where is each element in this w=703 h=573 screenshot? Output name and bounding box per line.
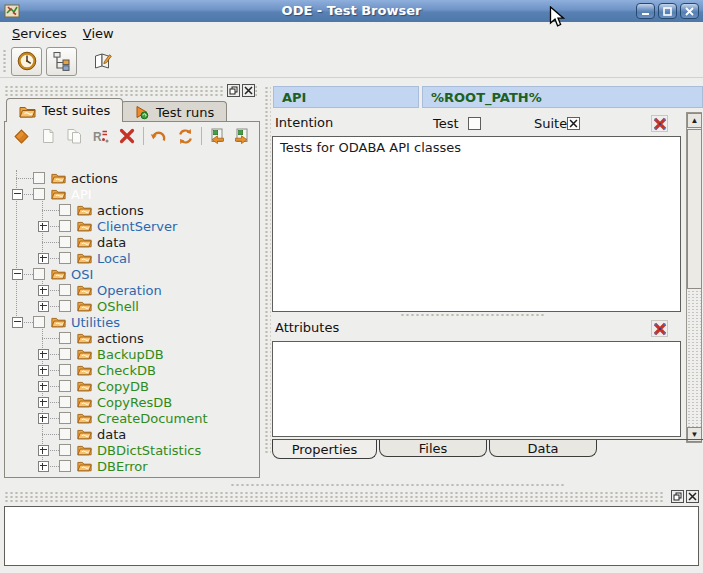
expand-icon[interactable] [38, 301, 49, 312]
rename-button[interactable]: R [90, 124, 110, 148]
bottom-tab-properties[interactable]: Properties [272, 440, 377, 459]
expand-icon[interactable] [38, 365, 49, 376]
minimize-button[interactable] [636, 3, 655, 19]
export-button[interactable] [233, 124, 253, 148]
tree-item-checkbox[interactable] [33, 172, 45, 184]
bottom-dock-close-button[interactable] [686, 490, 699, 503]
delete-button[interactable] [117, 124, 137, 148]
folder-open-icon [19, 104, 36, 118]
tree-item-checkbox[interactable] [59, 428, 71, 440]
expand-icon[interactable] [38, 461, 49, 472]
folder-small-icon [77, 203, 92, 216]
tree-item-checkbox[interactable] [59, 220, 71, 232]
left-dock-handle[interactable] [4, 85, 257, 97]
left-dock-close-button[interactable] [242, 84, 255, 97]
expand-icon[interactable] [38, 381, 49, 392]
maximize-button[interactable] [658, 3, 677, 19]
collapse-icon[interactable] [12, 189, 23, 200]
root-path: %ROOT_PATH% [431, 90, 542, 105]
attributes-textarea[interactable] [272, 341, 681, 437]
collapse-icon[interactable] [12, 317, 23, 328]
attributes-clear-button[interactable] [651, 320, 668, 337]
folder-small-icon [77, 251, 92, 264]
right-panel-scrollbar[interactable]: ▲▼ [686, 112, 702, 443]
left-dock-restore-button[interactable] [227, 84, 240, 97]
expand-icon[interactable] [38, 285, 49, 296]
undo-button[interactable] [148, 124, 168, 148]
intention-clear-button[interactable] [651, 115, 668, 132]
bottom-tab-files[interactable]: Files [379, 440, 487, 457]
collapse-icon[interactable] [12, 269, 23, 280]
tree-guide-stub [42, 242, 59, 243]
copy-button[interactable] [64, 124, 84, 148]
expand-icon[interactable] [38, 397, 49, 408]
tab-test-suites[interactable]: Test suites [6, 98, 123, 122]
toolbar-drag-handle[interactable] [2, 49, 7, 73]
section-splitter[interactable] [400, 313, 545, 318]
bottom-dock-restore-button[interactable] [671, 490, 684, 503]
folder-small-icon [51, 187, 66, 200]
tree-item-label: CopyDB [97, 379, 149, 394]
hierarchy-icon [52, 51, 72, 71]
tree-item-checkbox[interactable] [59, 364, 71, 376]
tree-item-checkbox[interactable] [33, 188, 45, 200]
expand-icon[interactable] [38, 445, 49, 456]
tree-item-checkbox[interactable] [33, 316, 45, 328]
tree-item-checkbox[interactable] [59, 396, 71, 408]
maximize-icon [663, 7, 672, 16]
expand-icon[interactable] [38, 253, 49, 264]
folder-small-icon [77, 331, 92, 344]
tree-item-checkbox[interactable] [59, 412, 71, 424]
menubar: ServicesView [0, 22, 703, 45]
test-checkbox[interactable] [468, 117, 481, 130]
close-button[interactable] [680, 3, 699, 19]
intention-textarea[interactable]: Tests for ODABA API classes [272, 136, 681, 312]
right-panel-handle[interactable] [264, 86, 271, 455]
folder-small-icon [77, 283, 92, 296]
tree-item-createdocument[interactable]: CreateDocument [8, 410, 238, 426]
browser-mode-button[interactable] [11, 47, 42, 76]
new-button[interactable] [37, 124, 57, 148]
tab-test-runs[interactable]: Test runs [121, 101, 227, 122]
tree-item-checkbox[interactable] [59, 252, 71, 264]
folder-small-icon [77, 235, 92, 248]
output-panel[interactable] [4, 506, 699, 566]
clear-button[interactable] [11, 124, 31, 148]
scrollbar-thumb[interactable] [687, 129, 702, 289]
refresh-icon [177, 128, 194, 145]
tree-item-checkbox[interactable] [59, 444, 71, 456]
refresh-button[interactable] [175, 124, 195, 148]
tree-item-checkbox[interactable] [59, 204, 71, 216]
expand-icon[interactable] [38, 221, 49, 232]
bottom-splitter[interactable] [230, 483, 565, 488]
tree-item-checkbox[interactable] [59, 236, 71, 248]
tree-mode-button[interactable] [46, 47, 77, 76]
menu-view[interactable]: View [77, 24, 124, 44]
expand-icon[interactable] [38, 413, 49, 424]
titlebar[interactable]: ODE - Test Browser [0, 0, 703, 23]
tree-item-checkbox[interactable] [59, 332, 71, 344]
tree-item-checkbox[interactable] [59, 460, 71, 472]
rename-icon: R [92, 128, 109, 144]
suite-checkbox[interactable] [567, 117, 580, 130]
delete-icon [119, 128, 135, 144]
tree-item-label: Operation [97, 283, 162, 298]
bottom-tab-data[interactable]: Data [489, 440, 597, 457]
tree-item-checkbox[interactable] [59, 348, 71, 360]
tree-item-label: DBDictStatistics [97, 443, 201, 458]
bottom-dock-handle[interactable] [0, 489, 703, 504]
tree-guide-stub [42, 210, 59, 211]
tree-item-label: actions [97, 203, 144, 218]
expand-icon[interactable] [38, 349, 49, 360]
tree-guide-stub [16, 178, 33, 179]
tree-item-checkbox[interactable] [59, 284, 71, 296]
tree-item-checkbox[interactable] [59, 380, 71, 392]
run-icon [134, 105, 150, 120]
folder-small-icon [77, 459, 92, 472]
tree-item-checkbox[interactable] [59, 300, 71, 312]
menu-services[interactable]: Services [6, 24, 77, 44]
tree-item-checkbox[interactable] [33, 268, 45, 280]
import-button[interactable] [206, 124, 226, 148]
edit-run-button[interactable] [89, 47, 117, 75]
scroll-up-button[interactable]: ▲ [687, 113, 702, 128]
